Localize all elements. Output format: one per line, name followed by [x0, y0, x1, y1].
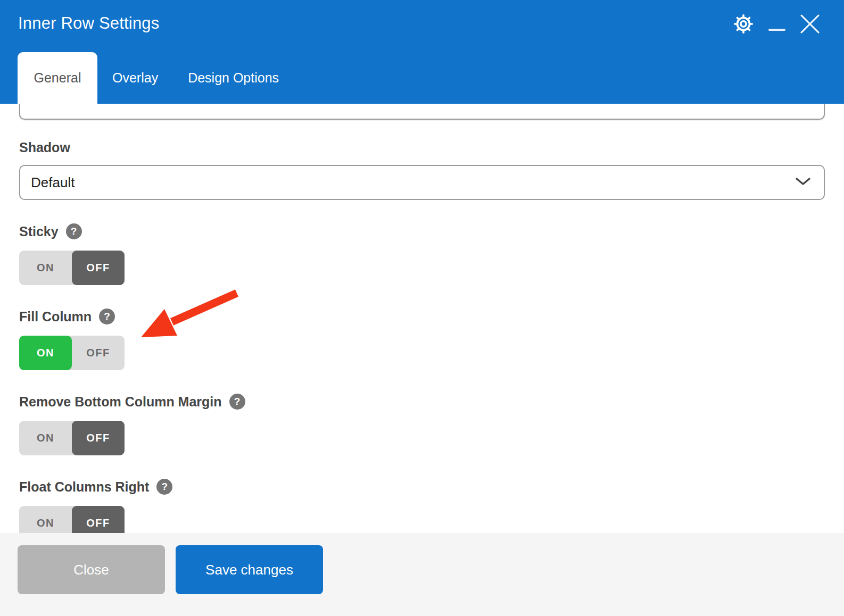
header-icon-group	[732, 13, 821, 35]
float-columns-right-label: Float Columns Right	[19, 479, 149, 495]
float-columns-right-toggle[interactable]: ON OFF	[19, 506, 125, 533]
toggle-off-option[interactable]: OFF	[72, 421, 125, 455]
inner-row-settings-dialog: Inner Row Settings	[0, 0, 844, 616]
dialog-content: Shadow Default Sticky ? ON OFF Fill Col	[0, 104, 844, 533]
tab-overlay[interactable]: Overlay	[97, 52, 173, 104]
sticky-section: Sticky ? ON OFF	[19, 223, 825, 285]
dialog-title: Inner Row Settings	[18, 14, 160, 33]
shadow-select-value: Default	[31, 174, 75, 191]
settings-gear-icon[interactable]	[732, 13, 755, 35]
toggle-on-option[interactable]: ON	[19, 336, 72, 370]
fill-column-toggle[interactable]: ON OFF	[19, 336, 125, 370]
tab-general[interactable]: General	[18, 52, 97, 104]
help-icon[interactable]: ?	[229, 394, 245, 410]
partial-text-field[interactable]	[19, 104, 825, 120]
save-changes-button[interactable]: Save changes	[176, 545, 323, 594]
toggle-on-option[interactable]: ON	[19, 421, 72, 455]
chevron-down-icon	[795, 177, 811, 188]
remove-bottom-margin-label: Remove Bottom Column Margin	[19, 394, 222, 410]
toggle-off-option[interactable]: OFF	[72, 336, 125, 370]
help-icon[interactable]: ?	[66, 223, 82, 239]
close-icon[interactable]	[799, 13, 821, 35]
dialog-header: Inner Row Settings	[0, 0, 844, 104]
remove-bottom-margin-section: Remove Bottom Column Margin ? ON OFF	[19, 394, 825, 455]
fill-column-label: Fill Column	[19, 309, 92, 324]
toggle-on-option[interactable]: ON	[19, 506, 72, 533]
toggle-on-option[interactable]: ON	[19, 251, 72, 285]
close-button[interactable]: Close	[18, 545, 165, 594]
fill-column-section: Fill Column ? ON OFF	[19, 309, 825, 370]
help-icon[interactable]: ?	[99, 309, 115, 324]
toggle-off-option[interactable]: OFF	[72, 251, 125, 285]
tab-bar: General Overlay Design Options	[18, 52, 294, 104]
help-icon[interactable]: ?	[156, 479, 172, 495]
minimize-icon[interactable]	[768, 16, 785, 32]
shadow-label: Shadow	[19, 140, 825, 155]
remove-bottom-margin-toggle[interactable]: ON OFF	[19, 421, 125, 455]
dialog-footer: Close Save changes	[0, 533, 844, 616]
sticky-toggle[interactable]: ON OFF	[19, 251, 125, 285]
toggle-off-option[interactable]: OFF	[72, 506, 125, 533]
tab-design-options[interactable]: Design Options	[173, 52, 294, 104]
sticky-label: Sticky	[19, 224, 59, 239]
shadow-select[interactable]: Default	[19, 165, 825, 200]
float-columns-right-section: Float Columns Right ? ON OFF	[19, 479, 825, 533]
